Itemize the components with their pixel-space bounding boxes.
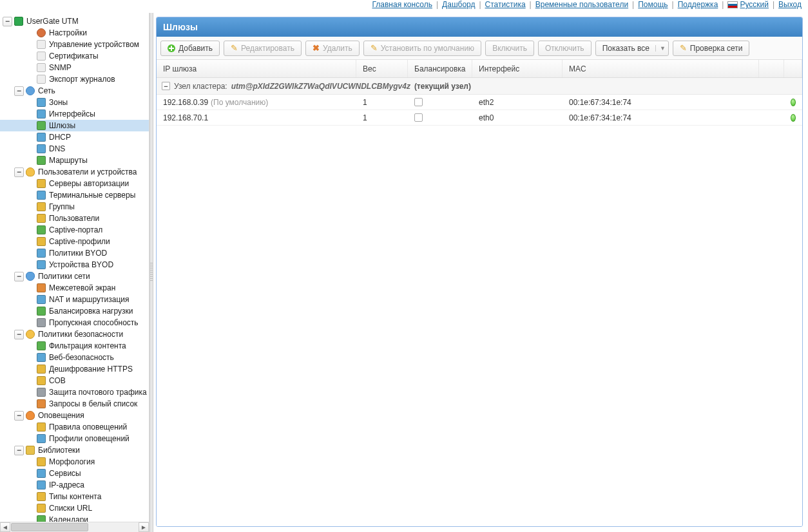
- tree-node[interactable]: NAT и маршрутизация: [0, 294, 149, 305]
- tree-node[interactable]: Терминальные серверы: [0, 189, 149, 201]
- tree-node[interactable]: Профили оповещений: [0, 433, 149, 444]
- tree-node[interactable]: Управление устройством: [0, 39, 149, 50]
- tree-node[interactable]: Морфология: [0, 456, 149, 468]
- tree-node[interactable]: −Сеть: [0, 85, 149, 97]
- expand-toggle-icon[interactable]: −: [14, 411, 24, 421]
- tree-label: Дешифрование HTTPS: [49, 365, 133, 374]
- tree-node[interactable]: DHCP: [0, 131, 149, 143]
- col-weight[interactable]: Вес: [356, 60, 408, 77]
- table-row[interactable]: 192.168.70.11eth000:1e:67:34:1e:74: [157, 110, 802, 126]
- tree-label: Правила оповещений: [49, 423, 127, 432]
- tree-node[interactable]: SNMP: [0, 62, 149, 73]
- nav-support[interactable]: Поддержка: [678, 0, 718, 9]
- expand-toggle-icon[interactable]: −: [3, 17, 12, 26]
- tree-node[interactable]: Маршруты: [0, 155, 149, 166]
- nav-help[interactable]: Помощь: [638, 0, 668, 9]
- tree-node[interactable]: IP-адреса: [0, 479, 149, 491]
- tree-node[interactable]: Экспорт журналов: [0, 73, 149, 85]
- col-interface[interactable]: Интерфейс: [472, 60, 563, 77]
- tree-node[interactable]: Пропускная способность: [0, 317, 149, 328]
- disable-button[interactable]: Отключить: [538, 41, 592, 56]
- scroll-left-icon[interactable]: ◄: [0, 522, 10, 532]
- tree-node[interactable]: Группы: [0, 201, 149, 213]
- tree-node[interactable]: Captive-профили: [0, 236, 149, 247]
- grid-body[interactable]: − Узел кластера: utm@pXIdZ2GWIkZ7WaQdIVU…: [157, 78, 802, 526]
- lang-switch[interactable]: Русский: [727, 0, 769, 9]
- table-row[interactable]: 192.168.0.39(По умолчанию)1eth200:1e:67:…: [157, 95, 802, 110]
- set-default-button[interactable]: ✎ Установить по умолчанию: [363, 41, 481, 56]
- leaf-green-icon: [36, 155, 46, 166]
- tree-node[interactable]: −Политики сети: [0, 271, 149, 282]
- col-ip[interactable]: IP шлюза: [157, 60, 356, 77]
- page-icon: [36, 39, 46, 50]
- tree-node[interactable]: Сертификаты: [0, 50, 149, 62]
- tree-node[interactable]: Запросы в белый список: [0, 398, 149, 410]
- checkbox[interactable]: [414, 113, 423, 122]
- tree-node[interactable]: Балансировка нагрузки: [0, 305, 149, 317]
- nav-tree[interactable]: −UserGate UTMНастройкиУправление устройс…: [0, 13, 149, 522]
- tree-node[interactable]: Пользователи: [0, 213, 149, 224]
- col-balancing[interactable]: Балансировка: [408, 60, 472, 77]
- tree-node[interactable]: Веб-безопасность: [0, 352, 149, 363]
- tree-node[interactable]: −Библиотеки: [0, 444, 149, 456]
- net-check-button[interactable]: ✎ Проверка сети: [673, 41, 750, 56]
- add-button[interactable]: Добавить: [160, 41, 220, 56]
- expand-toggle-icon[interactable]: −: [14, 446, 24, 455]
- tree-label: Фильтрация контента: [49, 341, 126, 350]
- tree-node[interactable]: Списки URL: [0, 502, 149, 514]
- tree-label: Управление устройством: [49, 40, 139, 49]
- nav-logout[interactable]: Выход: [778, 0, 802, 9]
- tree-node[interactable]: DNS: [0, 143, 149, 155]
- tree-node[interactable]: Правила оповещений: [0, 421, 149, 433]
- page-icon: [36, 74, 46, 84]
- tree-node[interactable]: Зоны: [0, 97, 149, 108]
- shield-icon: [25, 271, 35, 281]
- leaf-blue-icon: [36, 190, 46, 200]
- tree-node[interactable]: Серверы авторизации: [0, 178, 149, 189]
- scroll-right-icon[interactable]: ►: [139, 522, 149, 532]
- checkbox[interactable]: [414, 98, 423, 106]
- tree-node[interactable]: Настройки: [0, 27, 149, 39]
- tree-node[interactable]: Фильтрация контента: [0, 340, 149, 352]
- delete-button[interactable]: ✖ Удалить: [305, 41, 360, 56]
- cluster-group-row[interactable]: − Узел кластера: utm@pXIdZ2GWIkZ7WaQdIVU…: [157, 78, 802, 95]
- collapse-icon[interactable]: −: [162, 82, 170, 90]
- nav-dashboard[interactable]: Дашборд: [442, 0, 475, 9]
- tree-node[interactable]: −Политики безопасности: [0, 328, 149, 340]
- tree-node[interactable]: Дешифрование HTTPS: [0, 363, 149, 375]
- tree-label: Политики безопасности: [38, 330, 123, 339]
- tree-label: Календари: [49, 515, 88, 522]
- leaf-blue-icon: [36, 144, 46, 154]
- tree-node[interactable]: Сервисы: [0, 468, 149, 479]
- tree-node[interactable]: Шлюзы: [0, 120, 149, 131]
- tree-node[interactable]: −Пользователи и устройства: [0, 166, 149, 178]
- tree-node[interactable]: −Оповещения: [0, 410, 149, 421]
- dropdown-arrow-icon: ▼: [655, 45, 666, 52]
- tree-node[interactable]: СОВ: [0, 375, 149, 386]
- nav-statistics[interactable]: Статистика: [485, 0, 526, 9]
- expand-toggle-icon[interactable]: −: [14, 86, 24, 96]
- nav-temp-users[interactable]: Временные пользователи: [535, 0, 628, 9]
- tree-node[interactable]: Типы контента: [0, 491, 149, 502]
- edit-button[interactable]: ✎ Редактировать: [224, 41, 302, 56]
- scroll-thumb[interactable]: [11, 523, 88, 531]
- tree-node[interactable]: Устройства BYOD: [0, 259, 149, 271]
- sidebar-hscroll[interactable]: ◄ ►: [0, 522, 149, 532]
- nav-main-console[interactable]: Главная консоль: [372, 0, 432, 9]
- tree-node[interactable]: Календари: [0, 514, 149, 522]
- col-mac[interactable]: MAC: [563, 60, 759, 77]
- show-all-button[interactable]: Показать все ▼: [595, 41, 669, 56]
- enable-button[interactable]: Включить: [485, 41, 534, 56]
- tree-node[interactable]: Captive-портал: [0, 224, 149, 236]
- cell-mac: 00:1e:67:34:1e:74: [563, 110, 759, 125]
- tree-node[interactable]: Политики BYOD: [0, 247, 149, 259]
- tree-node[interactable]: Межсетевой экран: [0, 282, 149, 294]
- tree-node[interactable]: Защита почтового трафика: [0, 386, 149, 398]
- expand-toggle-icon[interactable]: −: [14, 272, 24, 281]
- expand-toggle-icon[interactable]: −: [14, 330, 24, 339]
- tree-node[interactable]: Интерфейсы: [0, 108, 149, 120]
- tree-label: Библиотеки: [38, 446, 80, 455]
- expand-toggle-icon[interactable]: −: [14, 167, 24, 177]
- tree-node[interactable]: −UserGate UTM: [0, 15, 149, 27]
- status-dot-icon: [791, 99, 796, 106]
